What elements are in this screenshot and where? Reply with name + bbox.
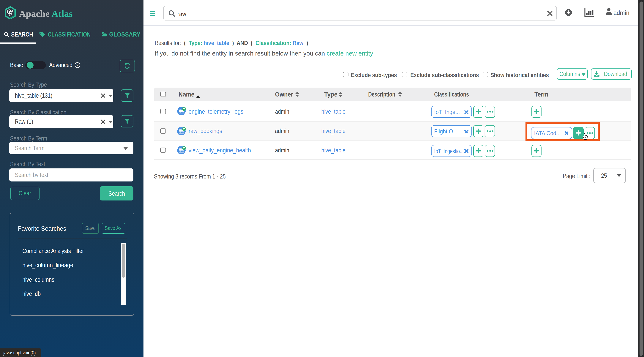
svg-text:?: ? bbox=[76, 63, 78, 67]
